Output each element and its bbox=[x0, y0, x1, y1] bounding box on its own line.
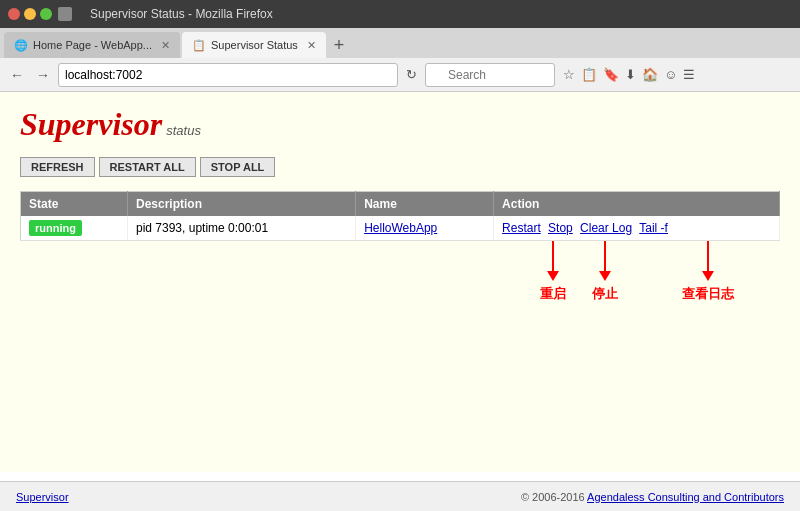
refresh-button[interactable]: REFRESH bbox=[20, 157, 95, 177]
restart-link[interactable]: Restart bbox=[502, 221, 541, 235]
refresh-button[interactable]: ↻ bbox=[402, 65, 421, 84]
stop-link[interactable]: Stop bbox=[548, 221, 573, 235]
tab-supervisor-icon: 📋 bbox=[192, 39, 206, 52]
brand-subtitle: status bbox=[166, 123, 201, 138]
tabbar: 🌐 Home Page - WebApp... ✕ 📋 Supervisor S… bbox=[0, 28, 800, 58]
tab-home-close[interactable]: ✕ bbox=[161, 39, 170, 52]
tab-home[interactable]: 🌐 Home Page - WebApp... ✕ bbox=[4, 32, 180, 58]
new-tab-button[interactable]: + bbox=[328, 32, 351, 58]
footer-supervisor-link[interactable]: Supervisor bbox=[16, 491, 69, 503]
stop-arrow-head bbox=[599, 271, 611, 281]
stop-all-button[interactable]: STOP ALL bbox=[200, 157, 276, 177]
search-wrapper: 🔍 bbox=[425, 63, 555, 87]
tab-home-icon: 🌐 bbox=[14, 39, 28, 52]
browser-icon bbox=[58, 7, 72, 21]
navbar: ← → ↻ 🔍 ☆ 📋 🔖 ⬇ 🏠 ☺ ☰ bbox=[0, 58, 800, 92]
window-controls[interactable] bbox=[8, 8, 52, 20]
col-description: Description bbox=[128, 192, 356, 217]
tab-supervisor-close[interactable]: ✕ bbox=[307, 39, 316, 52]
col-action: Action bbox=[494, 192, 780, 217]
minimize-dot[interactable] bbox=[24, 8, 36, 20]
copyright-text: © 2006-2016 bbox=[521, 491, 587, 503]
viewlog-annotation: 查看日志 bbox=[682, 241, 734, 303]
home-icon[interactable]: 🏠 bbox=[642, 67, 658, 82]
name-cell: HelloWebApp bbox=[356, 216, 494, 241]
url-bar[interactable] bbox=[58, 63, 398, 87]
annotations-container: 重启 停止 查看日志 bbox=[20, 241, 780, 331]
restart-annotation: 重启 bbox=[540, 241, 566, 303]
main-content: Supervisor status REFRESH RESTART ALL ST… bbox=[0, 92, 800, 472]
restart-label: 重启 bbox=[540, 285, 566, 303]
agendaless-link[interactable]: Agendaless Consulting and Contributors bbox=[587, 491, 784, 503]
footer-copyright: © 2006-2016 Agendaless Consulting and Co… bbox=[521, 491, 784, 503]
table-row: running pid 7393, uptime 0:00:01 HelloWe… bbox=[21, 216, 780, 241]
stop-arrow-body bbox=[604, 241, 606, 271]
menu-icon[interactable]: ☰ bbox=[683, 67, 695, 82]
tail-f-link[interactable]: Tail -f bbox=[639, 221, 668, 235]
viewlog-arrow-body bbox=[707, 241, 709, 271]
window-title: Supervisor Status - Mozilla Firefox bbox=[90, 7, 273, 21]
tab-supervisor[interactable]: 📋 Supervisor Status ✕ bbox=[182, 32, 326, 58]
action-cell: Restart Stop Clear Log Tail -f bbox=[494, 216, 780, 241]
col-state: State bbox=[21, 192, 128, 217]
search-input[interactable] bbox=[425, 63, 555, 87]
description-cell: pid 7393, uptime 0:00:01 bbox=[128, 216, 356, 241]
restart-arrow-head bbox=[547, 271, 559, 281]
bookmark-icon[interactable]: 🔖 bbox=[603, 67, 619, 82]
viewlog-label: 查看日志 bbox=[682, 285, 734, 303]
maximize-dot[interactable] bbox=[40, 8, 52, 20]
star-icon[interactable]: ☆ bbox=[563, 67, 575, 82]
clipboard-icon[interactable]: 📋 bbox=[581, 67, 597, 82]
viewlog-arrow-head bbox=[702, 271, 714, 281]
action-buttons: REFRESH RESTART ALL STOP ALL bbox=[20, 157, 780, 177]
table-header-row: State Description Name Action bbox=[21, 192, 780, 217]
tab-supervisor-label: Supervisor Status bbox=[211, 39, 298, 51]
restart-arrow-body bbox=[552, 241, 554, 271]
page-heading: Supervisor status bbox=[20, 106, 780, 143]
footer: Supervisor © 2006-2016 Agendaless Consul… bbox=[0, 481, 800, 511]
brand-name: Supervisor bbox=[20, 106, 162, 143]
state-cell: running bbox=[21, 216, 128, 241]
titlebar: Supervisor Status - Mozilla Firefox bbox=[0, 0, 800, 28]
stop-label: 停止 bbox=[592, 285, 618, 303]
close-dot[interactable] bbox=[8, 8, 20, 20]
nav-icons: ☆ 📋 🔖 ⬇ 🏠 ☺ ☰ bbox=[563, 67, 695, 82]
stop-annotation: 停止 bbox=[592, 241, 618, 303]
download-icon[interactable]: ⬇ bbox=[625, 67, 636, 82]
process-link[interactable]: HelloWebApp bbox=[364, 221, 437, 235]
forward-button[interactable]: → bbox=[32, 65, 54, 85]
state-badge: running bbox=[29, 220, 82, 236]
restart-all-button[interactable]: RESTART ALL bbox=[99, 157, 196, 177]
status-table: State Description Name Action running pi… bbox=[20, 191, 780, 241]
back-button[interactable]: ← bbox=[6, 65, 28, 85]
clear-log-link[interactable]: Clear Log bbox=[580, 221, 632, 235]
col-name: Name bbox=[356, 192, 494, 217]
tab-home-label: Home Page - WebApp... bbox=[33, 39, 152, 51]
person-icon[interactable]: ☺ bbox=[664, 67, 677, 82]
